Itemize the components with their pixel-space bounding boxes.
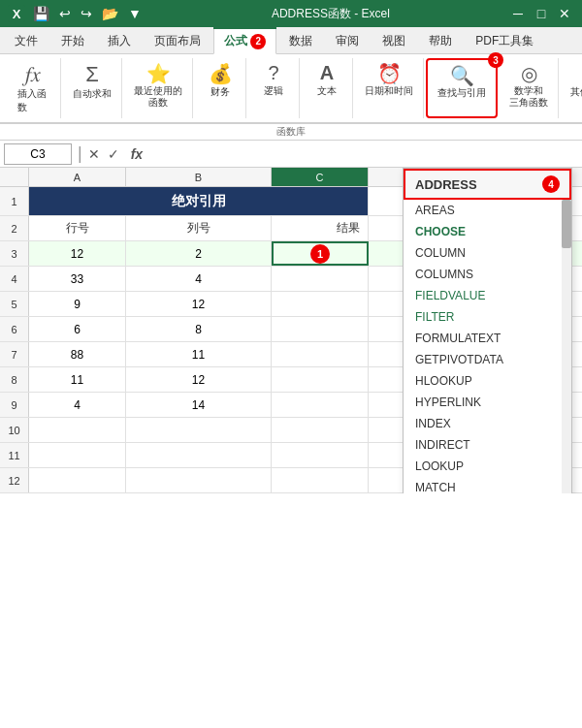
logic-btn[interactable]: ? 逻辑	[254, 60, 293, 100]
cell-a8[interactable]: 11	[29, 367, 126, 392]
cell-b7[interactable]: 11	[126, 342, 272, 366]
insert-function-btn[interactable]: 𝑓𝑥 插入函数	[14, 60, 52, 116]
header-cell-merged[interactable]: 绝对引用	[29, 187, 369, 215]
finance-btn[interactable]: 💰 财务	[201, 60, 240, 101]
recent-group: ⭐ 最近使用的函数	[124, 58, 193, 118]
cell-c10[interactable]	[272, 418, 369, 442]
finance-icon: 💰	[209, 62, 233, 85]
dropdown-item-choose[interactable]: CHOOSE	[404, 221, 571, 242]
dropdown-item-lookup[interactable]: LOOKUP	[404, 456, 571, 477]
more-group: ⋯ 其他函数	[561, 58, 582, 118]
cell-a11[interactable]	[29, 443, 126, 467]
dropdown-item-areas[interactable]: AREAS	[404, 200, 571, 221]
formula-input[interactable]	[150, 147, 578, 161]
dropdown-item-fieldvalue[interactable]: FIELDVALUE	[404, 285, 571, 306]
dropdown-item-hyperlink[interactable]: HYPERLINK	[404, 392, 571, 413]
tab-pdf[interactable]: PDF工具集	[465, 28, 544, 53]
dropdown-item-filter[interactable]: FILTER	[404, 306, 571, 328]
confirm-formula-icon[interactable]: ✓	[108, 146, 119, 162]
dropdown-item-columns[interactable]: COLUMNS	[404, 264, 571, 285]
tab-home[interactable]: 开始	[50, 28, 95, 53]
cell-a4[interactable]: 33	[29, 267, 126, 291]
cell-a2[interactable]: 行号	[29, 216, 126, 240]
tab-file[interactable]: 文件	[4, 28, 48, 53]
row-header-9: 9	[0, 393, 29, 417]
lookup-group: 🔍 查找与引用 3	[426, 58, 498, 118]
cell-c9[interactable]	[272, 393, 369, 417]
tab-insert[interactable]: 插入	[97, 28, 142, 53]
dropdown-header: ADDRESS 4	[404, 169, 571, 200]
tab-data[interactable]: 数据	[278, 28, 323, 53]
dropdown-item-hlookup[interactable]: HLOOKUP	[404, 370, 571, 392]
dropdown-item-formulatext[interactable]: FORMULATEXT	[404, 328, 571, 349]
dropdown-item-column[interactable]: COLUMN	[404, 242, 571, 264]
cell-b8[interactable]: 12	[126, 367, 272, 392]
cell-a10[interactable]	[29, 418, 126, 442]
cell-b9[interactable]: 14	[126, 393, 272, 417]
cancel-formula-icon[interactable]: ✕	[88, 146, 100, 162]
cell-c8[interactable]	[272, 367, 369, 392]
cell-b6[interactable]: 8	[126, 317, 272, 341]
dropdown-item-match[interactable]: MATCH	[404, 477, 571, 493]
group-label-bar: 函数库	[0, 124, 582, 141]
cell-c12[interactable]	[272, 468, 369, 492]
dropdown-item-indirect[interactable]: INDIRECT	[404, 434, 571, 456]
tab-review[interactable]: 审阅	[325, 28, 370, 53]
more-label: 其他函数	[570, 85, 582, 99]
tab-help[interactable]: 帮助	[418, 28, 463, 53]
col-header-b[interactable]: B	[126, 168, 272, 186]
cell-c5[interactable]	[272, 292, 369, 316]
cell-c3[interactable]: 1	[272, 241, 369, 266]
col-header-c[interactable]: C	[272, 168, 369, 186]
datetime-btn[interactable]: ⏰ 日期和时间	[361, 60, 417, 99]
dropdown-item-getpivotdata[interactable]: GETPIVOTDATA	[404, 349, 571, 370]
maximize-btn[interactable]: □	[532, 6, 551, 21]
cell-c6[interactable]	[272, 317, 369, 341]
cell-a7[interactable]: 88	[29, 342, 126, 366]
fx-icon: 𝑓𝑥	[25, 62, 41, 87]
row-header-2: 2	[0, 216, 29, 240]
cell-c7[interactable]	[272, 342, 369, 366]
redo-btn[interactable]: ↪	[79, 6, 94, 21]
cell-c11[interactable]	[272, 443, 369, 467]
recent-btn[interactable]: ⭐ 最近使用的函数	[130, 60, 186, 111]
text-btn[interactable]: A 文本	[307, 60, 346, 100]
lookup-btn[interactable]: 🔍 查找与引用	[434, 62, 490, 101]
close-btn[interactable]: ✕	[555, 6, 574, 21]
cell-a6[interactable]: 6	[29, 317, 126, 341]
cell-b4[interactable]: 4	[126, 267, 272, 291]
math-btn[interactable]: ◎ 数学和三角函数	[505, 60, 552, 111]
corner-cell	[0, 168, 29, 186]
text-group: A 文本	[302, 58, 353, 118]
ribbon-tabs: 文件 开始 插入 页面布局 公式 2 数据 审阅 视图 帮助 PDF工具集	[0, 27, 582, 54]
cell-a12[interactable]	[29, 468, 126, 492]
tab-layout[interactable]: 页面布局	[144, 28, 211, 53]
open-btn[interactable]: 📂	[100, 6, 120, 21]
autosum-btn[interactable]: Σ 自动求和	[69, 60, 115, 103]
recent-icon: ⭐	[146, 62, 171, 85]
save-btn[interactable]: 💾	[31, 6, 51, 21]
more-btn[interactable]: ⋯ 其他函数	[566, 60, 582, 101]
cell-b3[interactable]: 2	[126, 241, 272, 266]
undo-btn[interactable]: ↩	[57, 6, 73, 21]
cell-c4[interactable]	[272, 267, 369, 291]
cell-b5[interactable]: 12	[126, 292, 272, 316]
cell-b2[interactable]: 列号	[126, 216, 272, 240]
cell-b12[interactable]	[126, 468, 272, 492]
cell-b11[interactable]	[126, 443, 272, 467]
col-header-a[interactable]: A	[29, 168, 126, 186]
cell-reference-input[interactable]	[4, 143, 72, 165]
cell-a9[interactable]: 4	[29, 393, 126, 417]
cell-a5[interactable]: 9	[29, 292, 126, 316]
tab-view[interactable]: 视图	[372, 28, 416, 53]
tab-formula[interactable]: 公式 2	[213, 28, 276, 54]
dropdown-scrollbar[interactable]	[562, 200, 571, 493]
qa-dropdown-btn[interactable]: ▼	[126, 6, 144, 21]
row-header-4: 4	[0, 267, 29, 291]
minimize-btn[interactable]: ─	[508, 6, 528, 21]
cell-c2[interactable]: 结果	[272, 216, 369, 240]
cell-a3[interactable]: 12	[29, 241, 126, 266]
dropdown-scrollbar-thumb[interactable]	[562, 200, 571, 248]
cell-b10[interactable]	[126, 418, 272, 442]
dropdown-item-index[interactable]: INDEX	[404, 413, 571, 434]
